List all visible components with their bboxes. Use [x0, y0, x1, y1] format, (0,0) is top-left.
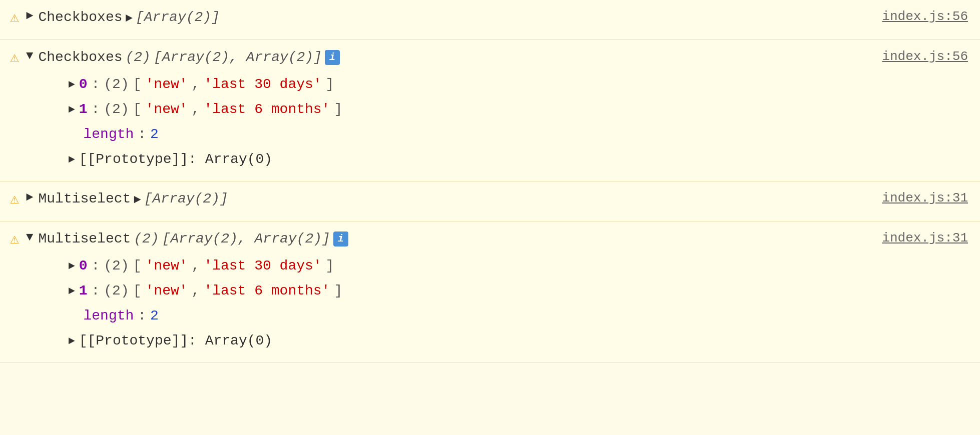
expanded-content-2: ► 0 : (2) [ 'new' , 'last 30 days' ] ► 1	[38, 72, 882, 172]
sub-row-2-1: ► 1 : (2) [ 'new' , 'last 6 months' ]	[68, 97, 882, 122]
sub-val1-4-0: 'new'	[146, 256, 188, 276]
log-content-4: Multiselect (2) [Array(2), Array(2)] i ►…	[38, 228, 882, 354]
prototype-2: [[Prototype]]: Array(0)	[79, 149, 272, 170]
sub-row-2-length: length : 2	[68, 122, 882, 147]
sub-row-4-length: length : 2	[68, 304, 882, 328]
warning-icon-1: ⚠	[10, 7, 19, 26]
info-badge-4[interactable]: i	[333, 232, 348, 246]
sub-bracket-open-2-0: [	[133, 74, 142, 95]
sub-colon-4-0: :	[91, 256, 100, 276]
sub-toggle-4-proto[interactable]: ►	[68, 333, 75, 350]
component-name-2: Checkboxes	[38, 47, 122, 68]
row-left-1: ⚠ ► Checkboxes ► [Array(2)]	[10, 7, 882, 28]
sub-count-4-0: (2)	[104, 256, 129, 276]
index-2-1: 1	[79, 99, 88, 120]
toggle-arrow-2[interactable]: ▼	[26, 47, 33, 62]
sub-bracket-close-2-0: ]	[326, 74, 334, 95]
length-colon-2: :	[138, 124, 146, 145]
prototype-4: [[Prototype]]: Array(0)	[79, 330, 272, 352]
sub-count-2-0: (2)	[104, 74, 129, 95]
length-val-2: 2	[150, 124, 159, 145]
console-row-3: ⚠ ► Multiselect ► [Array(2)] index.js:31	[0, 182, 980, 222]
sub-val2-2-0: 'last 30 days'	[204, 74, 321, 95]
sub-bracket-open-4-1: [	[133, 280, 142, 302]
sub-comma-4-1: ,	[192, 280, 200, 302]
index-4-0: 0	[79, 256, 88, 276]
sub-val1-4-1: 'new'	[146, 280, 188, 302]
sub-comma-2-1: ,	[192, 99, 200, 120]
sub-row-4-0: ► 0 : (2) [ 'new' , 'last 30 days' ]	[68, 254, 882, 278]
component-name-1: Checkboxes	[38, 7, 122, 28]
length-colon-4: :	[138, 306, 146, 326]
sub-bracket-close-4-1: ]	[334, 280, 342, 302]
sub-val2-4-0: 'last 30 days'	[204, 256, 321, 276]
sub-colon-2-1: :	[91, 99, 100, 120]
sub-row-4-1: ► 1 : (2) [ 'new' , 'last 6 months' ]	[68, 278, 882, 304]
sub-toggle-2-0[interactable]: ►	[68, 76, 75, 93]
console-row-2: ⚠ ▼ Checkboxes (2) [Array(2), Array(2)] …	[0, 40, 980, 182]
sub-val2-4-1: 'last 6 months'	[204, 280, 330, 302]
link-3[interactable]: index.js:31	[882, 188, 968, 206]
inner-arrow-1[interactable]: ►	[126, 8, 133, 28]
warning-icon-2: ⚠	[10, 47, 19, 66]
sub-toggle-2-proto[interactable]: ►	[68, 152, 75, 168]
sub-val1-2-1: 'new'	[146, 99, 188, 120]
sub-toggle-2-1[interactable]: ►	[68, 102, 75, 118]
log-line-3: Multiselect ► [Array(2)]	[38, 188, 882, 210]
console-panel: ⚠ ► Checkboxes ► [Array(2)] index.js:56 …	[0, 0, 980, 363]
sub-val1-2-0: 'new'	[146, 74, 188, 95]
length-key-4: length	[83, 306, 134, 326]
warning-icon-4: ⚠	[10, 228, 19, 248]
log-line-4: Multiselect (2) [Array(2), Array(2)] i	[38, 228, 882, 250]
sub-colon-2-0: :	[91, 74, 100, 95]
log-content-1: Checkboxes ► [Array(2)]	[38, 7, 882, 28]
sub-colon-4-1: :	[91, 280, 100, 302]
sub-bracket-close-4-0: ]	[326, 256, 334, 276]
log-line-1: Checkboxes ► [Array(2)]	[38, 7, 882, 28]
row-left-2: ⚠ ▼ Checkboxes (2) [Array(2), Array(2)] …	[10, 47, 882, 172]
summary-4: [Array(2), Array(2)]	[162, 228, 330, 250]
summary-2: [Array(2), Array(2)]	[154, 47, 322, 68]
sub-bracket-close-2-1: ]	[334, 99, 342, 120]
sub-comma-4-0: ,	[192, 256, 200, 276]
log-content-2: Checkboxes (2) [Array(2), Array(2)] i ► …	[38, 47, 882, 172]
toggle-arrow-3[interactable]: ►	[26, 188, 33, 204]
array-count-4: (2)	[134, 228, 159, 250]
toggle-arrow-1[interactable]: ►	[26, 7, 33, 22]
index-2-0: 0	[79, 74, 88, 95]
inner-arrow-3[interactable]: ►	[134, 189, 141, 209]
link-1[interactable]: index.js:56	[882, 7, 968, 24]
sub-count-2-1: (2)	[104, 99, 129, 120]
sub-bracket-open-4-0: [	[133, 256, 142, 276]
component-name-4: Multiselect	[38, 228, 131, 250]
component-name-3: Multiselect	[38, 188, 131, 210]
sub-val2-2-1: 'last 6 months'	[204, 99, 330, 120]
toggle-arrow-4[interactable]: ▼	[26, 228, 33, 244]
summary-3: [Array(2)]	[144, 188, 228, 210]
sub-comma-2-0: ,	[192, 74, 200, 95]
link-4[interactable]: index.js:31	[882, 228, 968, 246]
sub-row-2-proto: ► [[Prototype]]: Array(0)	[68, 147, 882, 172]
index-4-1: 1	[79, 280, 88, 302]
expanded-content-4: ► 0 : (2) [ 'new' , 'last 30 days' ] ► 1	[38, 254, 882, 354]
sub-toggle-4-0[interactable]: ►	[68, 258, 75, 274]
summary-1: [Array(2)]	[136, 7, 220, 28]
length-val-4: 2	[150, 306, 159, 326]
warning-icon-3: ⚠	[10, 188, 19, 208]
array-count-2: (2)	[126, 47, 151, 68]
sub-row-2-0: ► 0 : (2) [ 'new' , 'last 30 days' ]	[68, 72, 882, 97]
sub-count-4-1: (2)	[104, 280, 129, 302]
row-left-3: ⚠ ► Multiselect ► [Array(2)]	[10, 188, 882, 210]
log-content-3: Multiselect ► [Array(2)]	[38, 188, 882, 210]
length-key-2: length	[83, 124, 134, 145]
console-row-4: ⚠ ▼ Multiselect (2) [Array(2), Array(2)]…	[0, 222, 980, 363]
sub-row-4-proto: ► [[Prototype]]: Array(0)	[68, 328, 882, 354]
console-row-1: ⚠ ► Checkboxes ► [Array(2)] index.js:56	[0, 0, 980, 40]
sub-toggle-4-1[interactable]: ►	[68, 283, 75, 300]
info-badge-2[interactable]: i	[325, 50, 340, 65]
log-line-2: Checkboxes (2) [Array(2), Array(2)] i	[38, 47, 882, 68]
link-2[interactable]: index.js:56	[882, 47, 968, 64]
row-left-4: ⚠ ▼ Multiselect (2) [Array(2), Array(2)]…	[10, 228, 882, 354]
sub-bracket-open-2-1: [	[133, 99, 142, 120]
